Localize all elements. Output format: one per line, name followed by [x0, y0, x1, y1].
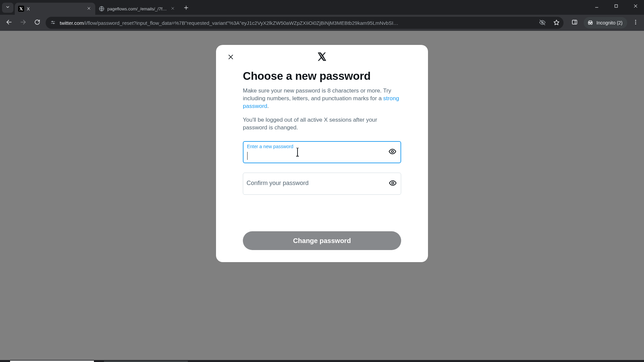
confirm-password-input[interactable]	[247, 173, 384, 194]
incognito-label: Incognito (2)	[596, 20, 623, 25]
reload-icon	[34, 19, 41, 27]
confirm-password-field[interactable]: Confirm your password	[243, 173, 401, 195]
incognito-icon	[587, 19, 594, 27]
reveal-password-button[interactable]	[388, 147, 397, 157]
address-bar[interactable]: twitter.com/i/flow/password_reset?input_…	[46, 17, 564, 29]
tab-title: X	[27, 6, 83, 11]
toolbar-right: Incognito (2)	[569, 17, 641, 28]
tabs-dropdown-button[interactable]	[2, 3, 13, 13]
modal-body: Choose a new password Make sure your new…	[227, 65, 417, 231]
svg-point-24	[635, 20, 636, 21]
browser-menu-button[interactable]	[631, 18, 641, 28]
close-icon	[171, 6, 175, 11]
tab-title: pageflows.com/_/emails/_/7fb5	[107, 6, 167, 11]
window-maximize-button[interactable]	[610, 2, 622, 11]
close-icon	[227, 54, 234, 62]
reveal-password-button[interactable]	[388, 179, 397, 188]
svg-point-26	[635, 23, 636, 24]
arrow-right-icon	[20, 19, 26, 27]
new-password-input[interactable]	[247, 150, 384, 161]
desc-text-suffix: .	[267, 103, 269, 109]
x-favicon-icon	[18, 6, 24, 12]
kebab-icon	[633, 19, 639, 26]
nav-forward-button[interactable]	[17, 17, 29, 28]
modal-heading: Choose a new password	[243, 70, 401, 82]
panel-icon	[571, 19, 578, 27]
submit-label: Change password	[293, 237, 351, 245]
eye-off-icon	[539, 19, 546, 27]
url-path: /i/flow/password_reset?input_flow_data=%…	[84, 20, 398, 26]
window-close-button[interactable]	[630, 2, 641, 11]
minimize-icon	[594, 4, 599, 10]
change-password-button[interactable]: Change password	[243, 231, 401, 250]
modal-description-1: Make sure your new password is 8 charact…	[243, 87, 401, 110]
tab-strip: X pageflows.com/_/emails/_/7fb5	[0, 0, 644, 15]
incognito-indicator[interactable]: Incognito (2)	[584, 17, 627, 28]
tab-x[interactable]: X	[15, 3, 95, 15]
desc-text-prefix: Make sure your new password is 8 charact…	[243, 87, 391, 102]
site-settings-button[interactable]	[50, 20, 56, 26]
side-panel-button[interactable]	[569, 17, 580, 28]
window-minimize-button[interactable]	[591, 2, 602, 11]
spacer	[243, 204, 401, 231]
star-icon	[553, 19, 560, 27]
svg-point-29	[391, 150, 393, 153]
text-caret	[247, 152, 248, 160]
nav-reload-button[interactable]	[32, 17, 43, 28]
svg-rect-20	[573, 20, 577, 24]
eye-icon	[388, 147, 396, 157]
bookmark-button[interactable]	[551, 18, 561, 28]
modal-description-2: You'll be logged out of all active X ses…	[243, 116, 401, 132]
mouse-text-cursor-icon	[297, 148, 298, 157]
eye-icon	[389, 179, 397, 188]
nav-back-button[interactable]	[3, 17, 15, 28]
new-tab-button[interactable]	[181, 3, 191, 13]
tune-icon	[50, 20, 56, 26]
modal-header	[227, 50, 417, 65]
chevron-down-icon	[5, 5, 10, 11]
download-shelf-hint	[0, 360, 644, 362]
globe-favicon-icon	[99, 6, 105, 12]
modal-close-button[interactable]	[225, 52, 237, 64]
window-controls	[591, 2, 641, 11]
arrow-left-icon	[6, 19, 12, 27]
new-password-field[interactable]: Enter a new password	[243, 141, 401, 163]
close-icon	[633, 4, 638, 10]
tab-close-button[interactable]	[86, 6, 92, 12]
close-icon	[87, 6, 91, 11]
tab-close-button[interactable]	[170, 6, 176, 12]
url-text: twitter.com/i/flow/password_reset?input_…	[60, 20, 533, 26]
browser-toolbar: twitter.com/i/flow/password_reset?input_…	[0, 15, 644, 31]
svg-point-30	[392, 182, 394, 184]
svg-marker-19	[554, 20, 559, 25]
browser-chrome: X pageflows.com/_/emails/_/7fb5	[0, 0, 644, 31]
page-content: Choose a new password Make sure your new…	[0, 31, 644, 362]
plus-icon	[183, 5, 189, 12]
password-reset-modal: Choose a new password Make sure your new…	[216, 45, 428, 262]
x-logo-icon	[317, 52, 327, 63]
tab-pageflows[interactable]: pageflows.com/_/emails/_/7fb5	[95, 3, 179, 15]
svg-point-25	[635, 22, 636, 23]
maximize-icon	[614, 4, 619, 10]
url-host: twitter.com	[60, 20, 84, 26]
new-password-label: Enter a new password	[247, 144, 293, 149]
eye-off-button[interactable]	[537, 18, 547, 28]
svg-rect-8	[615, 5, 618, 7]
